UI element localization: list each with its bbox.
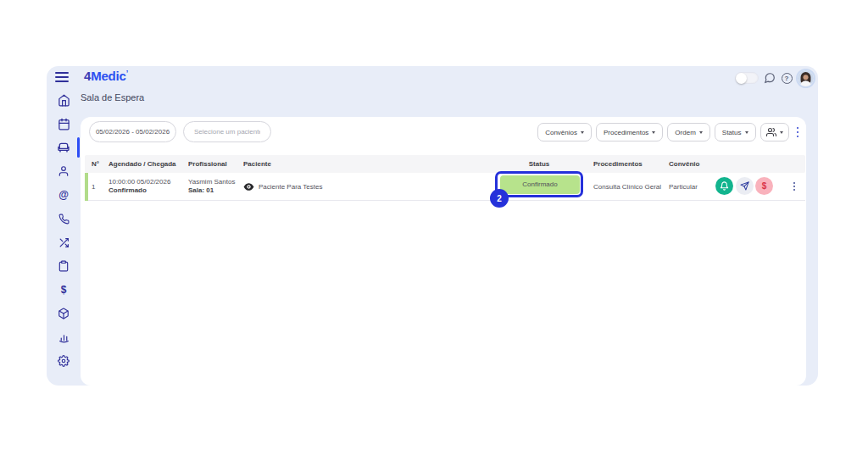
status-dropdown[interactable]: Status: [715, 123, 756, 141]
app-logo: 4Medic’: [84, 69, 128, 83]
row-number: 1: [92, 173, 95, 201]
help-icon[interactable]: ?: [780, 71, 793, 85]
page-title: Sala de Espera: [81, 92, 144, 103]
people-group-icon: [766, 127, 776, 137]
user-avatar[interactable]: [796, 69, 815, 88]
chevron-down-icon: [581, 131, 584, 134]
chat-bubble-icon[interactable]: [763, 71, 776, 85]
row-arrival-status: Confirmado: [108, 186, 147, 194]
col-number: N°: [92, 155, 99, 173]
col-scheduled: Agendado / Chegada: [108, 155, 176, 173]
app-window: 4Medic’ ? Sala de Espera: [47, 66, 818, 386]
sidebar-item-integrations[interactable]: [47, 230, 81, 254]
at-email-icon: @: [58, 190, 69, 200]
procedimentos-dropdown[interactable]: Procedimentos: [596, 123, 663, 141]
sidebar-item-messages[interactable]: @: [47, 183, 81, 207]
logo-mark: ’: [126, 69, 128, 77]
billing-button[interactable]: $: [755, 177, 773, 195]
phone-icon: [58, 214, 70, 225]
dollar-icon: $: [762, 181, 767, 191]
bell-icon: [720, 181, 729, 191]
sidebar-item-finance[interactable]: $: [47, 278, 81, 302]
row-patient: Paciente Para Testes: [243, 173, 322, 201]
procedimentos-label: Procedimentos: [604, 129, 648, 136]
sidebar-item-phone[interactable]: [47, 207, 81, 230]
sidebar-item-waiting-room[interactable]: [47, 136, 81, 159]
waiting-room-table: N° Agendado / Chegada Profissional Pacie…: [85, 155, 805, 380]
status-badge[interactable]: Confirmado: [500, 175, 580, 194]
row-patient-name: Paciente Para Testes: [259, 183, 322, 191]
chevron-down-icon: [699, 131, 703, 134]
theme-toggle[interactable]: [735, 72, 759, 84]
clipboard-icon: [58, 260, 70, 272]
row-professional-name: Yasmim Santos: [188, 178, 235, 186]
col-patient: Paciente: [243, 155, 271, 173]
col-insurance: Convênio: [669, 155, 699, 173]
sidebar-item-patients[interactable]: [47, 159, 81, 183]
professionals-filter-button[interactable]: [760, 123, 789, 141]
logo-text: Medic: [91, 69, 126, 83]
chevron-down-icon: [780, 131, 783, 134]
content-card: Convênios Procedimentos Ordem Status N° …: [81, 117, 806, 386]
filter-toolbar: Convênios Procedimentos Ordem Status: [537, 122, 802, 142]
patient-icon: [58, 165, 70, 177]
chevron-down-icon: [745, 131, 748, 134]
status-label: Status: [722, 129, 742, 136]
row-room: Sala: 01: [188, 186, 214, 194]
date-range-input[interactable]: [89, 121, 176, 142]
sidebar-item-calendar[interactable]: [47, 112, 81, 136]
help-glyph: ?: [785, 75, 789, 82]
send-icon: [740, 181, 749, 191]
settings-gear-icon: [58, 355, 70, 367]
col-professional: Profissional: [188, 155, 227, 173]
col-procedures: Procedimentos: [593, 155, 643, 173]
sidebar: @ $: [47, 88, 81, 373]
row-professional: Yasmim Santos Sala: 01: [188, 178, 235, 195]
col-status: Status: [488, 155, 590, 173]
row-more-options-icon[interactable]: [791, 177, 798, 195]
send-button[interactable]: [736, 177, 754, 195]
row-procedure: Consulta Clínico Geral: [593, 173, 661, 201]
sidebar-active-indicator: [77, 137, 80, 158]
convenios-label: Convênios: [545, 129, 577, 136]
sidebar-item-reports[interactable]: [47, 325, 81, 349]
screenshot-root: 4Medic’ ? Sala de Espera: [0, 0, 868, 455]
row-status-accent: [85, 173, 88, 201]
ordem-label: Ordem: [675, 129, 695, 136]
convenios-dropdown[interactable]: Convênios: [537, 123, 592, 141]
calendar-icon: [58, 118, 70, 130]
hand-stats-icon: [58, 332, 70, 343]
row-insurance: Particular: [669, 173, 698, 201]
annotation-step-badge: 2: [490, 189, 509, 208]
package-icon: [58, 308, 70, 319]
ordem-dropdown[interactable]: Ordem: [667, 123, 709, 141]
row-scheduled-datetime: 10:00:00 05/02/2026: [108, 178, 170, 186]
waiting-room-couch-icon: [57, 141, 70, 154]
patient-search-input[interactable]: [183, 121, 271, 142]
finance-dollar-icon: $: [61, 285, 67, 295]
sidebar-item-stock[interactable]: [47, 302, 81, 325]
shuffle-icon: [58, 237, 70, 248]
menu-icon[interactable]: [55, 72, 69, 82]
home-icon: [58, 94, 70, 107]
row-scheduled: 10:00:00 05/02/2026 Confirmado: [108, 178, 170, 195]
table-row[interactable]: 1 10:00:00 05/02/2026 Confirmado Yasmim …: [85, 173, 805, 201]
logo-prefix: 4: [84, 69, 91, 83]
more-options-icon[interactable]: [793, 127, 803, 138]
sidebar-item-home[interactable]: [47, 88, 81, 112]
eye-icon[interactable]: [243, 181, 254, 192]
sidebar-item-records[interactable]: [47, 254, 81, 278]
table-header: N° Agendado / Chegada Profissional Pacie…: [85, 155, 805, 173]
sidebar-item-settings[interactable]: [47, 349, 81, 373]
chevron-down-icon: [652, 131, 655, 134]
notify-bell-button[interactable]: [715, 177, 733, 195]
